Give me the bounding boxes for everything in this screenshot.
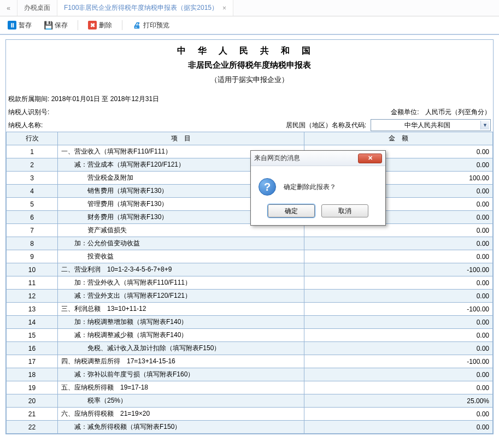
meta-period-row: 税款所属期间: 2018年01月01日 至 2018年12月31日 (6, 92, 493, 105)
row-item: 加：纳税调整增加额（填写附表F140） (58, 316, 304, 329)
row-index: 13 (7, 303, 58, 316)
row-index: 14 (7, 316, 58, 329)
ok-button[interactable]: 确定 (268, 204, 315, 217)
table-row: 1一、营业收入（填写附表F110/F111）0.00 (7, 145, 493, 158)
row-amount[interactable]: -100.00 (304, 263, 493, 276)
sheet-area: 中华人民共和国 非居民企业所得税年度纳税申报表 （适用于据实申报企业） 税款所属… (0, 35, 499, 434)
page-title-1: 中华人民共和国 (6, 40, 493, 57)
confirm-dialog: 来自网页的消息 ✕ ? 确定删除此报表？ 确定 取消 (250, 150, 386, 226)
row-index: 6 (7, 211, 58, 224)
page-title-3: （适用于据实申报企业） (6, 70, 493, 92)
row-index: 12 (7, 290, 58, 303)
row-index: 11 (7, 276, 58, 290)
row-amount[interactable]: 0.00 (304, 421, 493, 434)
row-item: 六、应纳所得税额 21=19×20 (58, 408, 304, 421)
row-index: 21 (7, 408, 58, 421)
pause-icon: ⏸ (8, 21, 16, 30)
row-amount[interactable]: 0.00 (304, 342, 493, 355)
close-icon: ✕ (368, 155, 373, 162)
region-select[interactable]: 中华人民共和国 ▼ (371, 119, 491, 131)
data-table: 行次 项 目 金 额 1一、营业收入（填写附表F110/F111）0.002 减… (6, 132, 493, 434)
close-icon[interactable]: × (222, 4, 226, 12)
tab-label: F100非居民企业所得税年度纳税申报表（据实2015） (64, 3, 218, 13)
row-amount[interactable]: 0.00 (304, 368, 493, 381)
taxpayer-name-label: 纳税人名称: (8, 121, 43, 129)
row-item: 四、纳税调整后所得 17=13+14-15-16 (58, 355, 304, 368)
meta-taxpayer-no-row: 纳税人识别号: 金额单位: 人民币元（列至角分） (6, 105, 493, 119)
row-amount[interactable]: 0.00 (304, 224, 493, 237)
row-amount[interactable]: 0.00 (304, 408, 493, 421)
toolbar-separator (78, 20, 78, 30)
dialog-body: ? 确定删除此报表？ (251, 166, 385, 204)
table-row: 18 减：弥补以前年度亏损（填写附表F160）0.00 (7, 368, 493, 381)
table-row: 12 减：营业外支出（填写附表F120/F121）0.00 (7, 290, 493, 303)
delete-button[interactable]: ✖ 删除 (85, 20, 115, 31)
tab-bar: « 办税桌面 F100非居民企业所得税年度纳税申报表（据实2015） × (0, 0, 499, 16)
dialog-title: 来自网页的消息 (254, 154, 358, 163)
row-amount[interactable]: 25.00% (304, 394, 493, 408)
row-index: 2 (7, 158, 58, 172)
table-row: 3 营业税金及附加100.00 (7, 172, 493, 185)
delete-icon: ✖ (88, 21, 97, 30)
col-amount-header: 金 额 (304, 132, 493, 145)
row-amount[interactable]: -100.00 (304, 303, 493, 316)
row-index: 19 (7, 381, 58, 394)
button-label: 暂存 (19, 21, 32, 30)
pause-button[interactable]: ⏸ 暂存 (4, 20, 35, 31)
table-row: 10二、营业利润 10=1-2-3-4-5-6-7+8+9-100.00 (7, 263, 493, 276)
row-item: 加：营业外收入（填写附表F110/F111） (58, 276, 304, 290)
toolbar-separator (122, 20, 122, 30)
row-amount[interactable]: 0.00 (304, 276, 493, 290)
row-index: 5 (7, 198, 58, 211)
cancel-button[interactable]: 取消 (321, 204, 368, 217)
table-row: 11 加：营业外收入（填写附表F110/F111）0.00 (7, 276, 493, 290)
row-amount[interactable]: -100.00 (304, 355, 493, 368)
row-item: 减：纳税调整减少额（填写附表F140） (58, 329, 304, 342)
taxpayer-no-label: 纳税人识别号: (8, 108, 49, 116)
row-item: 加：公允价值变动收益 (58, 237, 304, 250)
dialog-titlebar: 来自网页的消息 ✕ (251, 151, 385, 166)
row-amount[interactable]: 0.00 (304, 381, 493, 394)
region-value: 中华人民共和国 (404, 121, 450, 130)
table-row: 7 资产减值损失0.00 (7, 224, 493, 237)
row-index: 17 (7, 355, 58, 368)
period-value: 2018年01月01日 至 2018年12月31日 (51, 95, 159, 103)
row-amount[interactable]: 0.00 (304, 316, 493, 329)
row-item: 减：减免所得税额（填写附表F150） (58, 421, 304, 434)
currency-value: 人民币元（列至角分） (425, 108, 491, 116)
period-label: 税款所属期间: (8, 95, 49, 103)
row-item: 减：弥补以前年度亏损（填写附表F160） (58, 368, 304, 381)
tabs-back-button[interactable]: « (0, 0, 17, 16)
tab-desktop[interactable]: 办税桌面 (17, 0, 57, 16)
row-index: 4 (7, 185, 58, 198)
table-row: 19五、应纳税所得额 19=17-180.00 (7, 381, 493, 394)
col-item-header: 项 目 (58, 132, 304, 145)
tab-document[interactable]: F100非居民企业所得税年度纳税申报表（据实2015） × (57, 0, 233, 16)
row-item: 免税、减计收入及加计扣除（填写附表F150） (58, 342, 304, 355)
print-preview-button[interactable]: 🖨 打印预览 (129, 20, 173, 31)
table-row: 21六、应纳所得税额 21=19×200.00 (7, 408, 493, 421)
row-item: 税率（25%） (58, 394, 304, 408)
tab-label: 办税桌面 (24, 3, 50, 13)
region-label: 居民国（地区）名称及代码: (286, 121, 366, 130)
toolbar: ⏸ 暂存 💾 保存 ✖ 删除 🖨 打印预览 (0, 16, 499, 35)
table-header-row: 行次 项 目 金 额 (7, 132, 493, 145)
question-icon: ? (259, 178, 276, 196)
row-amount[interactable]: 0.00 (304, 237, 493, 250)
sheet: 中华人民共和国 非居民企业所得税年度纳税申报表 （适用于据实申报企业） 税款所属… (5, 39, 494, 434)
table-row: 2 减：营业成本（填写附表F120/F121）0.00 (7, 158, 493, 172)
row-item: 投资收益 (58, 250, 304, 263)
row-amount[interactable]: 0.00 (304, 290, 493, 303)
row-amount[interactable]: 0.00 (304, 250, 493, 263)
chevron-down-icon: ▼ (480, 121, 489, 129)
col-index-header: 行次 (7, 132, 58, 145)
row-amount[interactable]: 0.00 (304, 329, 493, 342)
save-button[interactable]: 💾 保存 (40, 20, 71, 31)
print-icon: 🖨 (132, 21, 141, 30)
table-row: 20 税率（25%）25.00% (7, 394, 493, 408)
button-label: 保存 (55, 21, 68, 30)
button-label: 删除 (99, 21, 112, 30)
dialog-close-button[interactable]: ✕ (358, 154, 382, 163)
row-index: 9 (7, 250, 58, 263)
currency-label: 金额单位: (391, 108, 419, 116)
